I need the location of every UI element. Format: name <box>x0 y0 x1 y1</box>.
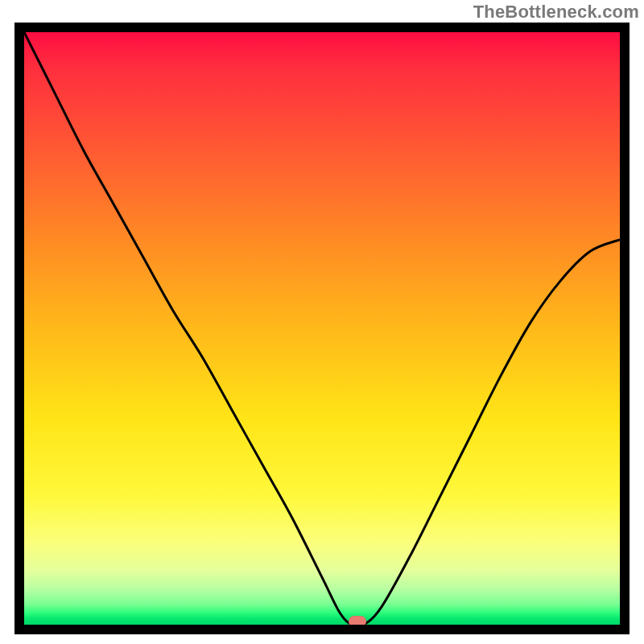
bottleneck-curve <box>24 32 620 625</box>
plot-frame <box>14 23 630 634</box>
curve-path <box>24 32 620 625</box>
chart-stage: TheBottleneck.com <box>0 0 644 644</box>
optimum-marker <box>349 616 366 625</box>
plot-area <box>24 32 620 625</box>
watermark-text: TheBottleneck.com <box>473 2 639 23</box>
